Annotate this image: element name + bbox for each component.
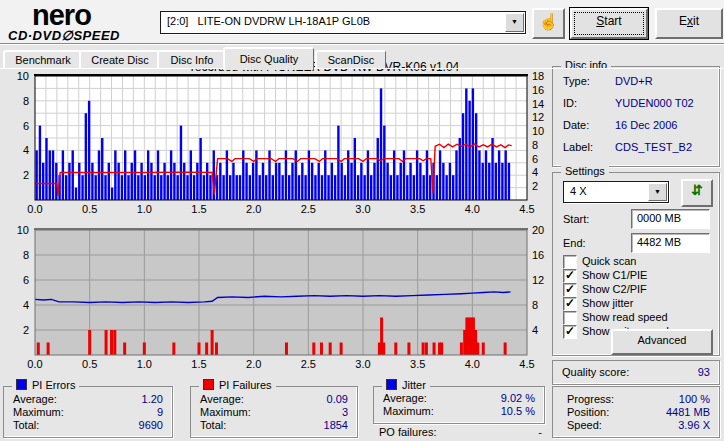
checkbox-row-show-c1-pie[interactable]: Show C1/PIE — [563, 269, 713, 283]
nero-cd-dvd-speed-logo: nero CD·DVD∅SPEED — [8, 1, 120, 42]
show-c2-pif-label: Show C2/PIF — [582, 283, 647, 295]
svg-text:4.5: 4.5 — [519, 358, 534, 370]
pi-failures-total-value: 1854 — [324, 419, 348, 431]
pi-failures-maximum-label: Maximum: — [200, 406, 251, 418]
pi-errors-maximum-value: 9 — [157, 406, 163, 418]
svg-text:3.0: 3.0 — [355, 358, 370, 370]
show-c1-pie-label: Show C1/PIE — [582, 269, 647, 281]
start-button[interactable]: Start — [570, 8, 648, 39]
refresh-button[interactable]: ⇵ — [681, 179, 713, 207]
show-write-speed-checkbox[interactable] — [563, 325, 577, 339]
pi-failures-average-value: 0.09 — [327, 393, 348, 405]
speed-select[interactable]: 4 X ▼ — [563, 181, 669, 203]
svg-text:4: 4 — [23, 299, 29, 311]
toolbar: nero CD·DVD∅SPEED [2:0] LITE-ON DVDRW LH… — [0, 0, 724, 44]
svg-text:2: 2 — [23, 324, 29, 336]
tab-benchmark[interactable]: Benchmark — [3, 50, 82, 69]
svg-text:2.5: 2.5 — [301, 203, 316, 215]
jitter-average-value: 9.02 % — [501, 392, 535, 404]
quality-score-label: Quality score: — [562, 366, 629, 378]
quality-score-box: Quality score: 93 — [552, 360, 720, 385]
tab-scandisc[interactable]: ScanDisc — [315, 50, 386, 69]
settings-group: Settings 4 X ▼ ⇵ Start: 0000 MB End: 448… — [552, 172, 720, 356]
pi-errors-maximum-label: Maximum: — [13, 406, 64, 418]
exit-button[interactable]: Exit — [655, 8, 723, 39]
show-read-speed-label: Show read speed — [582, 311, 668, 323]
tab-disc-info[interactable]: Disc Info — [157, 50, 226, 69]
svg-text:2.0: 2.0 — [246, 358, 261, 370]
position-label: Position: — [567, 406, 609, 418]
svg-text:10: 10 — [17, 224, 29, 236]
start-position-label: Start: — [563, 213, 589, 225]
hand-icon: ☝ — [539, 13, 559, 30]
disc-info-group: Disc info Type: DVD+R ID: YUDEN000 T02 D… — [552, 66, 720, 167]
svg-text:0.0: 0.0 — [27, 358, 42, 370]
media-info-button[interactable]: ☝ — [532, 8, 565, 39]
pi-failures-jitter-chart: 246810481216200.00.51.01.52.02.53.03.54.… — [0, 222, 560, 377]
svg-text:3.5: 3.5 — [410, 203, 425, 215]
checkbox-row-show-read-speed[interactable]: Show read speed — [563, 311, 713, 325]
svg-text:8: 8 — [23, 249, 29, 261]
pi-failures-legend-swatch — [203, 379, 214, 390]
disc-info-legend: Disc info — [561, 59, 611, 71]
pi-errors-chart: 246810246810121416180.00.51.01.52.02.53.… — [0, 60, 560, 218]
logo-nero-text: nero — [8, 1, 120, 30]
speed-label: Speed: — [567, 419, 602, 431]
pi-errors-total-label: Total: — [13, 419, 39, 431]
checkbox-row-show-c2-pif[interactable]: Show C2/PIF — [563, 283, 713, 297]
jitter-maximum-value: 10.5 % — [501, 405, 535, 417]
pi-failures-stats-box: PI Failures Average:0.09 Maximum:3 Total… — [190, 386, 358, 438]
svg-text:4: 4 — [23, 144, 29, 156]
svg-text:4.0: 4.0 — [465, 203, 480, 215]
end-position-label: End: — [563, 237, 586, 249]
svg-text:16: 16 — [532, 249, 544, 261]
pi-errors-legend-swatch — [16, 379, 27, 390]
jitter-legend: Jitter — [382, 379, 430, 391]
show-read-speed-checkbox[interactable] — [563, 311, 577, 325]
speed-select-value: 4 X — [570, 185, 648, 197]
quick-scan-checkbox[interactable] — [563, 255, 577, 269]
pi-failures-legend: PI Failures — [199, 379, 276, 391]
disc-date-value: 16 Dec 2006 — [615, 119, 677, 131]
svg-text:16: 16 — [532, 84, 544, 96]
progress-value: 100 % — [679, 393, 710, 405]
quick-scan-label: Quick scan — [582, 255, 636, 267]
svg-text:0.5: 0.5 — [82, 358, 97, 370]
start-position-field[interactable]: 0000 MB — [631, 209, 710, 229]
show-c2-pif-checkbox[interactable] — [563, 283, 577, 297]
drive-select-button[interactable]: ▼ — [505, 13, 524, 32]
drive-select[interactable]: [2:0] LITE-ON DVDRW LH-18A1P GL0B ▼ — [160, 11, 526, 34]
tab-create-disc[interactable]: Create Disc — [79, 50, 160, 69]
pi-errors-average-value: 1.20 — [142, 393, 163, 405]
jitter-average-label: Average: — [383, 392, 427, 404]
end-position-field[interactable]: 4482 MB — [631, 233, 710, 253]
chevron-down-icon: ▼ — [654, 188, 661, 195]
quality-score-value: 93 — [698, 366, 710, 378]
svg-text:12: 12 — [532, 274, 544, 286]
show-jitter-label: Show jitter — [582, 297, 633, 309]
pi-failures-total-label: Total: — [200, 419, 226, 431]
disc-label-value: CDS_TEST_B2 — [615, 141, 692, 153]
svg-text:6: 6 — [23, 120, 29, 132]
advanced-button[interactable]: Advanced — [611, 329, 713, 355]
drive-select-value: [2:0] LITE-ON DVDRW LH-18A1P GL0B — [167, 15, 505, 27]
svg-text:4.5: 4.5 — [519, 203, 534, 215]
pi-errors-legend: PI Errors — [12, 379, 79, 391]
svg-text:2: 2 — [23, 169, 29, 181]
po-failures-label: PO failures: — [379, 426, 436, 438]
svg-text:0.5: 0.5 — [82, 203, 97, 215]
progress-label: Progress: — [567, 393, 614, 405]
speed-select-button[interactable]: ▼ — [648, 183, 667, 201]
tab-disc-quality[interactable]: Disc Quality — [223, 47, 314, 70]
checkbox-row-show-jitter[interactable]: Show jitter — [563, 297, 713, 311]
svg-text:6: 6 — [532, 153, 538, 165]
checkbox-row-quick-scan[interactable]: Quick scan — [563, 255, 713, 269]
logo-cddvdspeed-text: CD·DVD∅SPEED — [8, 29, 120, 42]
pi-errors-legend-text: PI Errors — [32, 379, 75, 391]
svg-text:12: 12 — [532, 111, 544, 123]
pi-errors-total-value: 9690 — [139, 419, 163, 431]
disc-id-value: YUDEN000 T02 — [615, 97, 694, 109]
show-c1-pie-checkbox[interactable] — [563, 269, 577, 283]
po-failures-value: - — [430, 426, 542, 438]
show-jitter-checkbox[interactable] — [563, 297, 577, 311]
